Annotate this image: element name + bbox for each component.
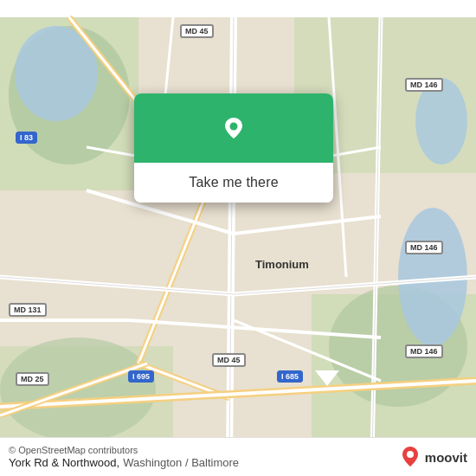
take-me-there-button[interactable]: Take me there	[134, 163, 333, 203]
moovit-logo: moovit	[398, 445, 467, 469]
moovit-text: moovit	[425, 450, 467, 465]
road-label-md146-bot: MD 146	[405, 344, 443, 358]
timonium-label: Timonium	[255, 258, 309, 271]
popup-card: Take me there	[134, 93, 333, 203]
moovit-pin-icon	[398, 445, 422, 469]
road-label-md146-mid: MD 146	[405, 241, 443, 254]
road-label-md25: MD 25	[16, 372, 49, 386]
popup-icon-area	[134, 93, 333, 163]
location-name: York Rd & Northwood,	[9, 456, 119, 469]
road-label-i695: I 695	[128, 370, 154, 383]
road-label-i685: I 685	[277, 370, 303, 383]
popup-tail	[315, 370, 339, 386]
attribution-text: © OpenStreetMap contributors	[9, 445, 398, 455]
map-background	[0, 0, 476, 476]
road-label-i83: I 83	[16, 132, 37, 144]
road-label-md45-top: MD 45	[180, 24, 214, 38]
location-region: Washington / Baltimore	[123, 456, 239, 469]
road-label-md146-top: MD 146	[405, 78, 443, 92]
road-label-md131: MD 131	[9, 303, 47, 317]
map-container: Timonium MD 45 I 83 MD 146 MD 146 MD 146…	[0, 0, 476, 476]
road-label-md45-bot: MD 45	[212, 353, 246, 367]
svg-point-39	[230, 123, 238, 131]
svg-point-40	[407, 451, 414, 458]
bottom-bar: © OpenStreetMap contributors York Rd & N…	[0, 437, 476, 476]
map-pin-icon	[215, 109, 253, 147]
